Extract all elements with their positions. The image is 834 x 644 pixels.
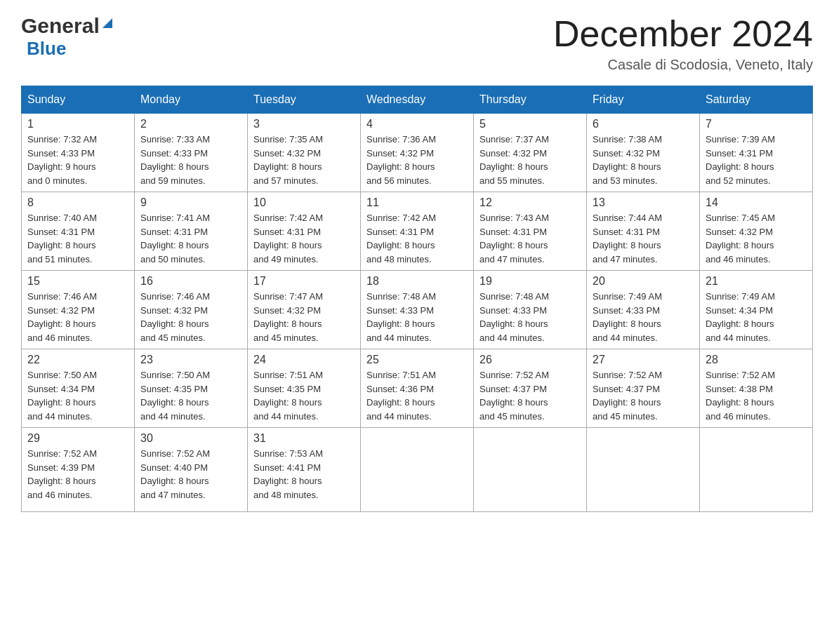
calendar-row: 8 Sunrise: 7:40 AM Sunset: 4:31 PM Dayli… <box>22 192 813 271</box>
day-info: Sunrise: 7:50 AM Sunset: 4:34 PM Dayligh… <box>27 368 128 423</box>
table-row: 16 Sunrise: 7:46 AM Sunset: 4:32 PM Dayl… <box>135 271 248 349</box>
title-block: December 2024 Casale di Scodosia, Veneto… <box>553 14 813 73</box>
day-info: Sunrise: 7:33 AM Sunset: 4:33 PM Dayligh… <box>140 133 241 187</box>
col-saturday: Saturday <box>700 86 813 114</box>
table-row: 28 Sunrise: 7:52 AM Sunset: 4:38 PM Dayl… <box>700 349 813 428</box>
day-info: Sunrise: 7:52 AM Sunset: 4:38 PM Dayligh… <box>706 368 807 423</box>
day-number: 9 <box>140 196 241 209</box>
day-info: Sunrise: 7:52 AM Sunset: 4:40 PM Dayligh… <box>140 447 241 502</box>
table-row: 17 Sunrise: 7:47 AM Sunset: 4:32 PM Dayl… <box>248 271 361 349</box>
table-row: 12 Sunrise: 7:43 AM Sunset: 4:31 PM Dayl… <box>474 192 587 271</box>
day-info: Sunrise: 7:50 AM Sunset: 4:35 PM Dayligh… <box>140 368 241 423</box>
table-row: 29 Sunrise: 7:52 AM Sunset: 4:39 PM Dayl… <box>22 428 135 512</box>
col-friday: Friday <box>587 86 700 114</box>
day-number: 4 <box>366 118 468 130</box>
calendar-row: 29 Sunrise: 7:52 AM Sunset: 4:39 PM Dayl… <box>22 428 813 512</box>
day-info: Sunrise: 7:36 AM Sunset: 4:32 PM Dayligh… <box>366 133 468 187</box>
day-number: 12 <box>479 196 581 209</box>
day-info: Sunrise: 7:46 AM Sunset: 4:32 PM Dayligh… <box>27 290 128 344</box>
table-row: 20 Sunrise: 7:49 AM Sunset: 4:33 PM Dayl… <box>587 271 700 349</box>
table-row: 24 Sunrise: 7:51 AM Sunset: 4:35 PM Dayl… <box>248 349 361 428</box>
day-number: 18 <box>366 275 468 288</box>
table-row: 9 Sunrise: 7:41 AM Sunset: 4:31 PM Dayli… <box>135 192 248 271</box>
day-number: 10 <box>253 196 355 209</box>
col-thursday: Thursday <box>474 86 587 114</box>
calendar-row: 22 Sunrise: 7:50 AM Sunset: 4:34 PM Dayl… <box>22 349 813 428</box>
table-row: 8 Sunrise: 7:40 AM Sunset: 4:31 PM Dayli… <box>22 192 135 271</box>
table-row: 3 Sunrise: 7:35 AM Sunset: 4:32 PM Dayli… <box>248 114 361 192</box>
table-row: 5 Sunrise: 7:37 AM Sunset: 4:32 PM Dayli… <box>474 114 587 192</box>
day-number: 8 <box>27 196 128 209</box>
calendar-header: Sunday Monday Tuesday Wednesday Thursday… <box>22 86 813 114</box>
table-row: 15 Sunrise: 7:46 AM Sunset: 4:32 PM Dayl… <box>22 271 135 349</box>
table-row: 25 Sunrise: 7:51 AM Sunset: 4:36 PM Dayl… <box>361 349 474 428</box>
day-number: 13 <box>593 196 694 209</box>
day-number: 11 <box>366 196 468 209</box>
day-number: 29 <box>27 432 128 445</box>
table-row: 2 Sunrise: 7:33 AM Sunset: 4:33 PM Dayli… <box>135 114 248 192</box>
day-number: 21 <box>706 275 807 288</box>
day-number: 15 <box>27 275 128 288</box>
table-row: 19 Sunrise: 7:48 AM Sunset: 4:33 PM Dayl… <box>474 271 587 349</box>
day-info: Sunrise: 7:52 AM Sunset: 4:39 PM Dayligh… <box>27 447 128 502</box>
day-number: 3 <box>253 118 355 130</box>
col-tuesday: Tuesday <box>248 86 361 114</box>
day-info: Sunrise: 7:52 AM Sunset: 4:37 PM Dayligh… <box>593 368 694 423</box>
month-title: December 2024 <box>553 14 813 54</box>
day-number: 28 <box>706 354 807 366</box>
day-info: Sunrise: 7:32 AM Sunset: 4:33 PM Dayligh… <box>27 133 128 187</box>
calendar-row: 15 Sunrise: 7:46 AM Sunset: 4:32 PM Dayl… <box>22 271 813 349</box>
day-number: 16 <box>140 275 241 288</box>
table-row: 11 Sunrise: 7:42 AM Sunset: 4:31 PM Dayl… <box>361 192 474 271</box>
table-row <box>474 428 587 512</box>
day-info: Sunrise: 7:53 AM Sunset: 4:41 PM Dayligh… <box>253 447 355 502</box>
table-row: 27 Sunrise: 7:52 AM Sunset: 4:37 PM Dayl… <box>587 349 700 428</box>
table-row: 18 Sunrise: 7:48 AM Sunset: 4:33 PM Dayl… <box>361 271 474 349</box>
table-row: 1 Sunrise: 7:32 AM Sunset: 4:33 PM Dayli… <box>22 114 135 192</box>
day-number: 24 <box>253 354 355 366</box>
day-info: Sunrise: 7:42 AM Sunset: 4:31 PM Dayligh… <box>366 211 468 266</box>
day-info: Sunrise: 7:52 AM Sunset: 4:37 PM Dayligh… <box>479 368 581 423</box>
day-number: 31 <box>253 432 355 445</box>
table-row: 30 Sunrise: 7:52 AM Sunset: 4:40 PM Dayl… <box>135 428 248 512</box>
location-subtitle: Casale di Scodosia, Veneto, Italy <box>553 57 813 73</box>
day-info: Sunrise: 7:43 AM Sunset: 4:31 PM Dayligh… <box>479 211 581 266</box>
day-number: 23 <box>140 354 241 366</box>
col-sunday: Sunday <box>22 86 135 114</box>
day-info: Sunrise: 7:42 AM Sunset: 4:31 PM Dayligh… <box>253 211 355 266</box>
calendar-table: Sunday Monday Tuesday Wednesday Thursday… <box>21 86 813 512</box>
day-info: Sunrise: 7:47 AM Sunset: 4:32 PM Dayligh… <box>253 290 355 344</box>
day-number: 22 <box>27 354 128 366</box>
day-info: Sunrise: 7:46 AM Sunset: 4:32 PM Dayligh… <box>140 290 241 344</box>
day-number: 2 <box>140 118 241 130</box>
day-info: Sunrise: 7:41 AM Sunset: 4:31 PM Dayligh… <box>140 211 241 266</box>
day-number: 17 <box>253 275 355 288</box>
header-row: Sunday Monday Tuesday Wednesday Thursday… <box>22 86 813 114</box>
table-row: 26 Sunrise: 7:52 AM Sunset: 4:37 PM Dayl… <box>474 349 587 428</box>
col-monday: Monday <box>135 86 248 114</box>
day-number: 27 <box>593 354 694 366</box>
table-row: 14 Sunrise: 7:45 AM Sunset: 4:32 PM Dayl… <box>700 192 813 271</box>
table-row: 13 Sunrise: 7:44 AM Sunset: 4:31 PM Dayl… <box>587 192 700 271</box>
day-info: Sunrise: 7:40 AM Sunset: 4:31 PM Dayligh… <box>27 211 128 266</box>
day-number: 26 <box>479 354 581 366</box>
page-header: General Blue December 2024 Casale di Sco… <box>21 14 813 73</box>
day-number: 25 <box>366 354 468 366</box>
table-row <box>361 428 474 512</box>
table-row: 6 Sunrise: 7:38 AM Sunset: 4:32 PM Dayli… <box>587 114 700 192</box>
day-number: 6 <box>593 118 694 130</box>
logo-general-text: General <box>21 14 100 38</box>
col-wednesday: Wednesday <box>361 86 474 114</box>
table-row: 21 Sunrise: 7:49 AM Sunset: 4:34 PM Dayl… <box>700 271 813 349</box>
day-number: 19 <box>479 275 581 288</box>
table-row: 22 Sunrise: 7:50 AM Sunset: 4:34 PM Dayl… <box>22 349 135 428</box>
table-row: 4 Sunrise: 7:36 AM Sunset: 4:32 PM Dayli… <box>361 114 474 192</box>
day-info: Sunrise: 7:45 AM Sunset: 4:32 PM Dayligh… <box>706 211 807 266</box>
day-info: Sunrise: 7:49 AM Sunset: 4:34 PM Dayligh… <box>706 290 807 344</box>
day-number: 7 <box>706 118 807 130</box>
calendar-body: 1 Sunrise: 7:32 AM Sunset: 4:33 PM Dayli… <box>22 114 813 512</box>
logo: General Blue <box>21 14 115 60</box>
day-info: Sunrise: 7:49 AM Sunset: 4:33 PM Dayligh… <box>593 290 694 344</box>
day-info: Sunrise: 7:44 AM Sunset: 4:31 PM Dayligh… <box>593 211 694 266</box>
table-row <box>587 428 700 512</box>
